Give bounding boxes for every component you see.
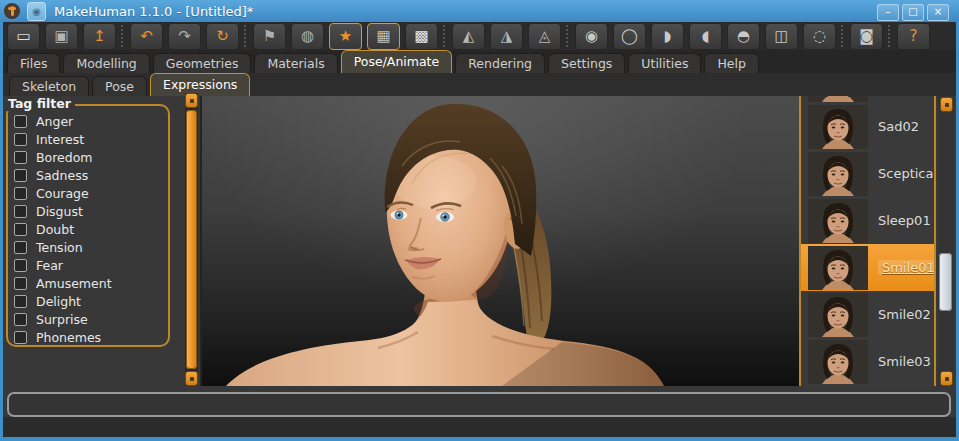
checkbox[interactable] xyxy=(14,313,27,326)
checkbox[interactable] xyxy=(14,151,27,164)
right-scrollbar-track xyxy=(938,96,954,386)
title-bar: ◉ MakeHuman 1.1.0 - [Untitled]* – □ × xyxy=(0,0,959,22)
3d-viewport[interactable] xyxy=(200,96,799,386)
checkbox-label: Tension xyxy=(36,240,83,255)
checkbox-label: Boredom xyxy=(36,150,93,165)
checkbox[interactable] xyxy=(14,295,27,308)
tag-phonemes[interactable]: Phonemes xyxy=(14,328,112,346)
left-scrollbar-down-icon[interactable] xyxy=(185,371,198,386)
expression-thumbnail xyxy=(808,340,868,384)
tab-utilities[interactable]: Utilities xyxy=(628,53,701,73)
close-button[interactable]: × xyxy=(927,4,949,21)
tab-geometries[interactable]: Geometries xyxy=(153,53,252,73)
toolbar-separator xyxy=(841,25,845,47)
checkbox-label: Courage xyxy=(36,186,89,201)
expression-panel-right-border xyxy=(934,96,936,386)
bottom-strip xyxy=(3,417,956,437)
head-right-view-icon[interactable]: ◗ xyxy=(651,23,684,50)
grid-toggle-icon[interactable]: ▦ xyxy=(367,23,400,50)
tag-sadness[interactable]: Sadness xyxy=(14,166,112,184)
window-border-left xyxy=(0,22,3,441)
subtab-expressions[interactable]: Expressions xyxy=(150,73,250,96)
right-scrollbar-up-icon[interactable] xyxy=(940,97,953,112)
checkbox[interactable] xyxy=(14,169,27,182)
checkbox[interactable] xyxy=(14,205,27,218)
save-icon[interactable]: ▣ xyxy=(45,23,78,50)
tag-tension[interactable]: Tension xyxy=(14,238,112,256)
tag-amusement[interactable]: Amusement xyxy=(14,274,112,292)
maximize-button[interactable]: □ xyxy=(902,4,924,21)
tab-files[interactable]: Files xyxy=(7,53,60,73)
orbit-view-icon[interactable]: ◌ xyxy=(803,23,836,50)
tag-delight[interactable]: Delight xyxy=(14,292,112,310)
window-title: MakeHuman 1.1.0 - [Untitled]* xyxy=(54,4,253,19)
tag-courage[interactable]: Courage xyxy=(14,184,112,202)
expression-sad02[interactable]: Sad02 xyxy=(801,103,934,150)
new-icon[interactable]: ▭ xyxy=(7,23,40,50)
minimize-button[interactable]: – xyxy=(877,4,899,21)
tag-doubt[interactable]: Doubt xyxy=(14,220,112,238)
help-icon[interactable]: ? xyxy=(897,23,930,50)
head-top-view-icon[interactable]: ◓ xyxy=(727,23,760,50)
symmetry-right-icon[interactable]: ◭ xyxy=(452,23,485,50)
checkbox[interactable] xyxy=(14,259,27,272)
toolbar-separator xyxy=(244,25,248,47)
expression-sleep01[interactable]: Sleep01 xyxy=(801,197,934,244)
checkbox[interactable] xyxy=(14,241,27,254)
pose-toggle-icon[interactable]: ★ xyxy=(329,23,362,50)
symmetry-left-icon[interactable]: ◮ xyxy=(490,23,523,50)
checkbox[interactable] xyxy=(14,187,27,200)
checkbox[interactable] xyxy=(14,331,27,344)
tag-surprise[interactable]: Surprise xyxy=(14,310,112,328)
window-menu-icon[interactable]: ◉ xyxy=(27,2,46,21)
subtab-pose[interactable]: Pose xyxy=(92,76,147,96)
left-scrollbar-thumb[interactable] xyxy=(186,110,197,369)
expression-partial[interactable] xyxy=(801,96,934,103)
tag-boredom[interactable]: Boredom xyxy=(14,148,112,166)
right-scrollbar-down-icon[interactable] xyxy=(940,371,953,386)
flag-icon[interactable]: ⚑ xyxy=(253,23,286,50)
split-view-icon[interactable]: ◫ xyxy=(765,23,798,50)
expression-label: Sleep01 xyxy=(878,213,931,228)
head-left-view-icon[interactable]: ◖ xyxy=(689,23,722,50)
checkbox[interactable] xyxy=(14,133,27,146)
tab-rendering[interactable]: Rendering xyxy=(455,53,545,73)
symmetry-icon[interactable]: ◬ xyxy=(528,23,561,50)
tag-anger[interactable]: Anger xyxy=(14,112,112,130)
expression-thumbnail xyxy=(808,105,868,149)
tag-disgust[interactable]: Disgust xyxy=(14,202,112,220)
sub-tab-bar: Skeleton Pose Expressions xyxy=(3,73,956,96)
checkbox[interactable] xyxy=(14,223,27,236)
expression-smile02[interactable]: Smile02 xyxy=(801,291,934,338)
checkbox-label: Surprise xyxy=(36,312,88,327)
expression-smile03[interactable]: Smile03 xyxy=(801,338,934,385)
tab-modelling[interactable]: Modelling xyxy=(63,53,149,73)
reload-icon[interactable]: ↻ xyxy=(206,23,239,50)
right-scrollbar-thumb[interactable] xyxy=(939,253,952,311)
left-scrollbar-up-icon[interactable] xyxy=(185,93,198,108)
tag-interest[interactable]: Interest xyxy=(14,130,112,148)
expression-label: Smile03 xyxy=(878,354,931,369)
tab-settings[interactable]: Settings xyxy=(548,53,625,73)
background-icon[interactable]: ▩ xyxy=(405,23,438,50)
expression-thumbnail xyxy=(808,293,868,337)
wireframe-icon[interactable]: ◍ xyxy=(291,23,324,50)
checkbox[interactable] xyxy=(14,115,27,128)
load-icon[interactable]: ↥ xyxy=(83,23,116,50)
redo-icon[interactable]: ↷ xyxy=(168,23,201,50)
undo-icon[interactable]: ↶ xyxy=(130,23,163,50)
makehuman-window: ◉ MakeHuman 1.1.0 - [Untitled]* – □ × ▭ … xyxy=(0,0,959,441)
subtab-skeleton[interactable]: Skeleton xyxy=(9,76,89,96)
tag-fear[interactable]: Fear xyxy=(14,256,112,274)
tab-help[interactable]: Help xyxy=(704,53,759,73)
head-view-icon[interactable]: ◯ xyxy=(613,23,646,50)
3d-model-figure xyxy=(202,96,799,386)
tab-materials[interactable]: Materials xyxy=(254,53,337,73)
camera-icon[interactable]: ◙ xyxy=(850,23,883,50)
checkbox-label: Interest xyxy=(36,132,84,147)
tab-pose-animate[interactable]: Pose/Animate xyxy=(341,50,453,73)
face-front-view-icon[interactable]: ◉ xyxy=(575,23,608,50)
checkbox[interactable] xyxy=(14,277,27,290)
expression-smile01[interactable]: Smile01 xyxy=(801,244,934,291)
expression-sceptical01[interactable]: Sceptical01 xyxy=(801,150,934,197)
